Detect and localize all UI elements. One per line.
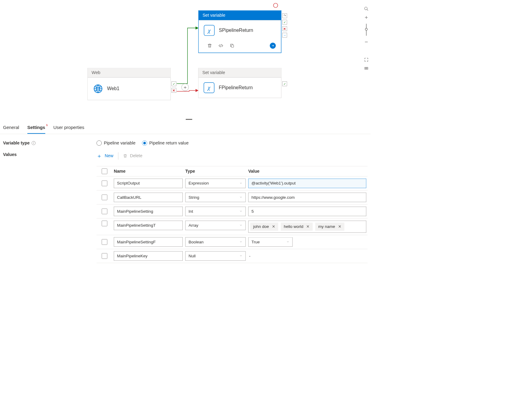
values-label: Values	[3, 152, 97, 157]
row-checkbox[interactable]	[102, 253, 107, 259]
pipeline-canvas[interactable]: Web Web1 ✓ ✕ ＋ Set variable χ SPipelineR…	[0, 0, 371, 121]
panel-resize-handle[interactable]	[186, 119, 192, 120]
value-input[interactable]: https://www.google.com	[248, 193, 366, 202]
table-row: MainPipelineSettingF Boolean True	[97, 235, 368, 249]
plus-icon: ＋	[97, 152, 102, 160]
name-input[interactable]: CallBackURL	[114, 193, 183, 202]
skip-pip[interactable]: →	[282, 33, 287, 38]
fullscreen-icon[interactable]	[364, 57, 369, 62]
tab-general[interactable]: General	[3, 125, 19, 134]
radio-circle	[97, 141, 102, 146]
chevron-down-icon	[239, 223, 242, 228]
activity-web[interactable]: Web Web1	[87, 68, 171, 100]
add-junction[interactable]: ＋	[181, 83, 189, 91]
search-icon[interactable]	[364, 6, 369, 11]
value-select[interactable]: True	[248, 237, 293, 247]
row-checkbox[interactable]	[102, 239, 107, 245]
activity-header: Web	[88, 68, 171, 77]
type-value: String	[188, 195, 199, 200]
zoom-handle[interactable]	[365, 28, 368, 31]
tag-remove-icon[interactable]: ✕	[272, 224, 275, 229]
activity-name: FPipelineReturn	[219, 85, 253, 90]
type-select[interactable]: Array	[185, 221, 246, 230]
new-button-label: New	[105, 154, 113, 158]
validation-error-indicator	[273, 3, 278, 8]
value-input[interactable]: 5	[248, 207, 366, 216]
type-select[interactable]: Expression	[185, 179, 246, 188]
name-input[interactable]: MainPipelineKey	[114, 251, 183, 261]
col-value-header: Value	[248, 169, 366, 174]
tag-remove-icon[interactable]: ✕	[306, 224, 310, 229]
svg-rect-4	[365, 68, 367, 69]
row-checkbox[interactable]	[102, 221, 107, 226]
tags-input[interactable]: john doe✕ hello world✕ my name✕	[248, 221, 366, 233]
value-text: True	[252, 240, 260, 245]
tag: john doe✕	[250, 222, 278, 231]
activity-header: Set variable	[199, 11, 281, 20]
svg-rect-1	[231, 45, 234, 47]
select-all-checkbox[interactable]	[102, 168, 107, 174]
type-select[interactable]: Boolean	[185, 237, 246, 247]
table-row: MainPipelineKey Null -	[97, 249, 368, 263]
radio-label: Pipeline variable	[104, 141, 135, 145]
activity-header: Set variable	[198, 68, 281, 77]
zoom-slider[interactable]	[366, 24, 366, 36]
expand-arrow-icon[interactable]	[270, 43, 276, 49]
copy-icon[interactable]	[230, 43, 235, 48]
tag-label: john doe	[253, 224, 269, 229]
delete-button[interactable]: Delete	[123, 154, 142, 158]
fit-icon[interactable]	[364, 66, 369, 71]
name-input[interactable]: MainPipelineSettingT	[114, 221, 183, 230]
toolbar-separator	[118, 152, 118, 160]
zoom-out-icon[interactable]	[364, 40, 369, 45]
type-select[interactable]: Int	[185, 207, 246, 216]
delete-icon[interactable]	[207, 43, 212, 48]
table-row: CallBackURL String https://www.google.co…	[97, 191, 368, 205]
sv1-status-pips: ↷ ✓ ✕ →	[282, 13, 287, 38]
radio-pipeline-return-value[interactable]: Pipeline return value	[142, 141, 189, 146]
success-pip[interactable]: ✓	[282, 81, 287, 86]
success-pip[interactable]: ✓	[171, 81, 176, 86]
tab-settings[interactable]: Settings 1	[27, 125, 45, 134]
activity-name: Web1	[107, 86, 120, 91]
table-row: MainPipelineSettingT Array john doe✕ hel…	[97, 218, 368, 235]
chevron-down-icon	[239, 195, 242, 200]
value-null: -	[248, 254, 366, 259]
type-select[interactable]: Null	[185, 251, 246, 261]
radio-pipeline-variable[interactable]: Pipeline variable	[97, 141, 135, 146]
tag: hello world✕	[281, 222, 313, 231]
failure-pip[interactable]: ✕	[171, 88, 176, 93]
code-icon[interactable]	[219, 43, 223, 48]
col-name-header: Name	[114, 169, 183, 174]
radio-circle	[142, 141, 147, 146]
variable-icon: χ	[204, 25, 215, 36]
success-pip[interactable]: ✓	[282, 20, 287, 25]
delete-button-label: Delete	[130, 154, 142, 158]
row-checkbox[interactable]	[102, 195, 107, 200]
zoom-in-icon[interactable]	[364, 15, 369, 20]
name-input[interactable]: MainPipelineSetting	[114, 207, 183, 216]
col-type-header: Type	[185, 169, 246, 174]
type-select[interactable]: String	[185, 193, 246, 202]
globe-icon	[93, 84, 103, 93]
activity-set-variable-2[interactable]: Set variable χ FPipelineReturn	[198, 68, 281, 98]
info-icon[interactable]: i	[32, 141, 36, 145]
svg-rect-3	[365, 67, 368, 69]
name-input[interactable]: MainPipelineSettingF	[114, 237, 183, 247]
sv2-status-pips: ✓	[282, 81, 287, 86]
new-button[interactable]: ＋ New	[97, 152, 113, 160]
completion-pip[interactable]: ↷	[282, 13, 287, 18]
failure-pip[interactable]: ✕	[282, 26, 287, 31]
name-input[interactable]: ScriptOutput	[114, 179, 183, 188]
row-checkbox[interactable]	[102, 181, 107, 186]
type-value: Array	[188, 223, 198, 228]
radio-label: Pipeline return value	[149, 141, 188, 145]
activity-set-variable-1[interactable]: Set variable χ SPipelineReturn	[198, 10, 281, 53]
property-tabs: General Settings 1 User properties	[0, 121, 371, 134]
tab-user-properties[interactable]: User properties	[53, 125, 84, 134]
connectors	[0, 0, 371, 121]
value-input[interactable]: @activity('Web1').output	[248, 179, 366, 188]
row-checkbox[interactable]	[102, 208, 107, 214]
settings-badge: 1	[46, 123, 48, 127]
tag-remove-icon[interactable]: ✕	[338, 224, 341, 229]
